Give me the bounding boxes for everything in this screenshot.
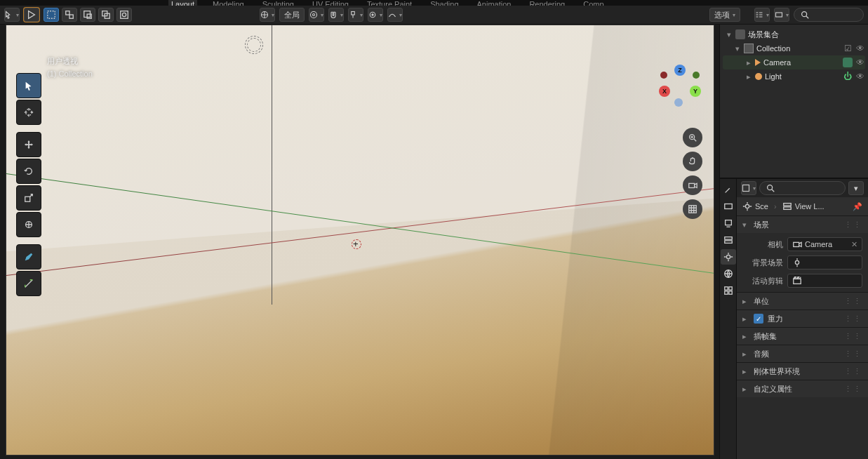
panel-keyingsets: ▸插帧集⋮⋮ [737,327,868,345]
gizmo-y[interactable]: Y [690,86,701,97]
snap-toggle[interactable] [328,8,344,22]
outliner-scene-root[interactable]: ▾ 场景集合 [723,27,865,41]
twisty-icon[interactable]: ▾ [734,44,741,53]
tool-move[interactable] [16,132,41,157]
panel-scene-header[interactable]: ▾ 场景 ⋮⋮ [737,216,868,233]
crumb-viewlayer-label: View L... [795,202,824,211]
gizmo-neg-y[interactable] [693,72,700,79]
outliner-display-icon[interactable] [774,8,789,22]
ptab-viewlayer[interactable] [721,232,736,248]
tab-sculpting[interactable]: Sculpting [260,0,297,6]
ptab-tool[interactable] [721,182,736,197]
outliner-filter-icon[interactable] [754,8,770,22]
light-power-icon[interactable]: ⏻ [843,72,853,81]
eye-icon[interactable]: 👁 [855,44,865,53]
crumb-viewlayer[interactable]: View L... [782,201,824,211]
crumb-scene[interactable]: Sce [742,201,768,211]
tab-modeling[interactable]: Modeling [210,0,247,6]
zoom-button[interactable] [683,128,702,147]
gizmo-x[interactable]: X [659,86,670,97]
gizmo-neg-z[interactable] [674,98,683,107]
panel-menu-icon[interactable]: ⋮⋮ [844,220,862,230]
panel-gravity-header[interactable]: ▸✓重力⋮⋮ [737,310,868,327]
clear-icon[interactable]: ✕ [851,240,857,249]
select-subtract-icon[interactable] [80,8,95,22]
camera-view-button[interactable] [683,175,702,195]
eye-icon[interactable]: 👁 [855,72,865,81]
panel-audio-header[interactable]: ▸音频⋮⋮ [737,345,868,362]
gizmo-z[interactable]: Z [674,65,686,76]
pivot-select[interactable] [309,8,324,22]
options-dropdown[interactable]: 选项 [709,8,740,22]
collection-check-icon[interactable]: ☑ [843,44,853,53]
persp-ortho-button[interactable] [683,199,702,219]
panel-rigidbody-header[interactable]: ▸刚体世界环境⋮⋮ [737,363,868,380]
nav-gizmo[interactable]: Z X Y [659,65,702,108]
panel-customprops-title: 自定义属性 [754,384,792,394]
ptab-world[interactable] [721,266,736,281]
activeclip-field[interactable] [787,274,862,288]
svg-rect-38 [743,185,749,192]
twisty-icon[interactable]: ▸ [745,72,752,81]
snap-target[interactable] [348,8,363,22]
tab-uv[interactable]: UV Editing [309,0,352,6]
svg-rect-30 [724,237,732,240]
scene-icon [742,201,752,211]
cursor-tool-icon[interactable] [24,8,39,22]
props-editor-type[interactable] [741,181,756,195]
tab-texpaint[interactable]: Texture Paint [364,0,415,6]
tool-scale[interactable] [16,185,41,211]
panel-keyingsets-header[interactable]: ▸插帧集⋮⋮ [737,328,868,345]
proportional-falloff[interactable] [387,8,403,22]
tab-anim[interactable]: Animation [474,0,514,6]
camera-icon [755,59,761,66]
camera-field[interactable]: Camera ✕ [787,237,862,251]
select-invert-icon[interactable] [116,8,132,22]
proportional-edit[interactable] [368,8,383,22]
3d-viewport[interactable]: 用户透视 (1) Collection Z X Y [6,25,714,455]
outliner-collection[interactable]: ▾ Collection ☑ 👁 [723,41,865,55]
outliner-tree[interactable]: ▾ 场景集合 ▾ Collection ☑ 👁 ▸ Camera 👁 [720,25,868,178]
props-options[interactable]: ▾ [848,181,864,195]
select-box-icon[interactable] [44,8,59,22]
tab-render[interactable]: Rendering [526,0,568,6]
workspace-tabs[interactable]: Layout Modeling Sculpting UV Editing Tex… [0,0,868,6]
select-extend-icon[interactable] [62,8,77,22]
tool-measure[interactable] [16,271,41,296]
empty-object-icon [247,38,261,52]
tool-annotate[interactable] [16,244,41,270]
panel-customprops-header[interactable]: ▸自定义属性⋮⋮ [737,380,868,397]
twisty-icon[interactable]: ▾ [726,30,733,39]
tool-select-box[interactable] [16,73,41,98]
pin-icon[interactable]: 📌 [853,202,862,211]
orientation-select[interactable]: 全局 [279,8,305,22]
tool-transform[interactable] [16,212,41,237]
tool-cursor[interactable] [16,100,41,125]
outliner-item-light[interactable]: ▸ Light ⏻ 👁 [723,69,865,84]
active-camera-badge-icon[interactable] [843,58,853,67]
outliner-item-camera[interactable]: ▸ Camera 👁 [723,55,865,69]
bgscene-field[interactable] [787,255,862,270]
svg-rect-3 [84,11,91,18]
properties-search[interactable] [759,181,846,195]
twisty-icon[interactable]: ▸ [745,58,752,67]
orientation-icon[interactable] [260,8,275,22]
tab-layout[interactable]: Layout [168,0,197,6]
gizmo-neg-x[interactable] [660,72,667,79]
gravity-checkbox[interactable]: ✓ [754,314,763,324]
tool-rotate[interactable] [16,159,41,184]
bgscene-field-label: 背景场景 [742,258,783,268]
panel-units-header[interactable]: ▸单位⋮⋮ [737,293,868,310]
ptab-texture[interactable] [721,283,736,298]
tab-comp[interactable]: Comp… [580,0,614,6]
ptab-output[interactable] [721,215,736,231]
select-intersect-icon[interactable] [98,8,114,22]
tab-shading[interactable]: Shading [427,0,461,6]
pan-button[interactable] [683,152,702,171]
svg-point-25 [690,135,695,140]
select-mode-tweak[interactable] [4,8,20,22]
ptab-scene[interactable] [721,249,736,265]
ptab-render[interactable] [721,199,736,214]
outliner-search-input[interactable] [794,8,864,22]
eye-icon[interactable]: 👁 [855,58,865,67]
